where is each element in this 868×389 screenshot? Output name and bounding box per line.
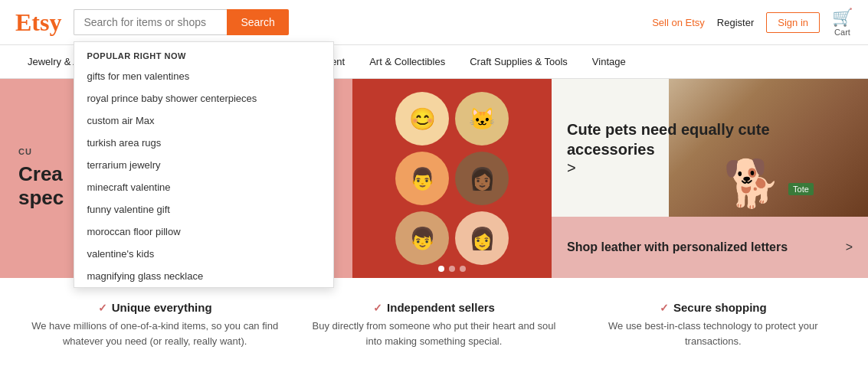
header: Etsy Search Valentine's Day POPULAR RIGH… bbox=[0, 0, 868, 45]
dropdown-item[interactable]: funny valentine gift bbox=[74, 198, 333, 221]
face-3: 👩🏾 bbox=[455, 152, 509, 205]
feature-secure: ✓ Secure shopping We use best-in-class t… bbox=[574, 301, 853, 348]
feature-unique-desc: We have millions of one-of-a-kind items,… bbox=[31, 319, 279, 348]
nav-item-art[interactable]: Art & Collectibles bbox=[357, 45, 457, 78]
hero-title-line1: Crea bbox=[18, 162, 63, 185]
cart-button[interactable]: 🛒 Cart bbox=[832, 8, 853, 37]
feature-independent-title: ✓ Independent sellers bbox=[310, 301, 558, 314]
leather-promo-banner[interactable]: Shop leather with personalized letters > bbox=[552, 217, 868, 278]
hero-right-panel: Cute pets need equally cute accessories … bbox=[552, 79, 868, 278]
hero-center-panel: 😊 🐱 👨 👩🏾 👦 👩 bbox=[352, 79, 552, 278]
faces-grid: 😊 🐱 👨 👩🏾 👦 👩 bbox=[383, 80, 521, 277]
dropdown-section-label: POPULAR RIGHT NOW bbox=[74, 42, 333, 65]
dot-2[interactable] bbox=[449, 266, 455, 272]
dot-3[interactable] bbox=[460, 266, 466, 272]
face-4: 👦 bbox=[395, 211, 449, 265]
check-icon-3: ✓ bbox=[660, 302, 669, 314]
face-5: 👩 bbox=[455, 211, 509, 265]
dot-1[interactable] bbox=[438, 266, 444, 272]
feature-unique: ✓ Unique everything We have millions of … bbox=[15, 301, 294, 348]
dropdown-item[interactable]: moroccan floor pillow bbox=[74, 221, 333, 243]
dropdown-item[interactable]: custom air Max bbox=[74, 110, 333, 132]
header-links: Sell on Etsy Register Sign in 🛒 Cart bbox=[652, 8, 853, 37]
cart-icon: 🛒 bbox=[832, 8, 853, 28]
leather-promo-text: Shop leather with personalized letters bbox=[567, 240, 788, 254]
feature-independent: ✓ Independent sellers Buy directly from … bbox=[294, 301, 573, 348]
carousel-dots bbox=[438, 266, 466, 272]
sell-on-etsy-link[interactable]: Sell on Etsy bbox=[652, 17, 705, 28]
etsy-logo[interactable]: Etsy bbox=[15, 8, 61, 37]
sign-in-button[interactable]: Sign in bbox=[766, 12, 820, 33]
search-dropdown: POPULAR RIGHT NOW gifts for men valentin… bbox=[74, 41, 334, 288]
face-1: 😊 bbox=[395, 92, 449, 145]
pet-promo-text: Cute pets need equally cute accessories … bbox=[552, 104, 868, 192]
pet-promo-banner[interactable]: Cute pets need equally cute accessories … bbox=[552, 79, 868, 217]
pet-promo-arrow: > bbox=[567, 159, 576, 176]
dropdown-item[interactable]: minecraft valentine bbox=[74, 176, 333, 198]
dropdown-item[interactable]: valentine's kids bbox=[74, 243, 333, 265]
check-icon-1: ✓ bbox=[98, 302, 107, 314]
register-link[interactable]: Register bbox=[717, 17, 754, 28]
features-section: ✓ Unique everything We have millions of … bbox=[0, 278, 868, 371]
feature-independent-desc: Buy directly from someone who put their … bbox=[310, 319, 558, 348]
search-bar: Search bbox=[74, 9, 288, 35]
search-zone: Search Valentine's Day POPULAR RIGHT NOW… bbox=[74, 9, 288, 35]
check-icon-2: ✓ bbox=[373, 302, 382, 314]
face-2: 👨 bbox=[395, 152, 449, 205]
dropdown-item[interactable]: magnifying glass necklace bbox=[74, 265, 333, 287]
dropdown-item[interactable]: turkish area rugs bbox=[74, 132, 333, 154]
leather-promo-arrow: > bbox=[846, 240, 853, 254]
dropdown-item[interactable]: gifts for men valentines bbox=[74, 65, 333, 87]
feature-secure-title: ✓ Secure shopping bbox=[589, 301, 837, 314]
nav-item-vintage[interactable]: Vintage bbox=[580, 45, 638, 78]
dropdown-item[interactable]: royal prince baby shower centerpieces bbox=[74, 87, 333, 110]
dropdown-item[interactable]: terrarium jewelry bbox=[74, 154, 333, 176]
hero-title-line2: spec bbox=[18, 186, 64, 209]
feature-unique-label: Unique everything bbox=[112, 301, 212, 314]
cart-label: Cart bbox=[834, 28, 850, 37]
search-button[interactable]: Search bbox=[227, 9, 288, 35]
face-cat: 🐱 bbox=[455, 92, 509, 145]
feature-secure-desc: We use best-in-class technology to prote… bbox=[589, 319, 837, 348]
feature-unique-title: ✓ Unique everything bbox=[31, 301, 279, 314]
pet-promo-title: Cute pets need equally cute accessories bbox=[567, 119, 853, 159]
feature-independent-label: Independent sellers bbox=[387, 301, 495, 314]
nav-item-craft[interactable]: Craft Supplies & Tools bbox=[457, 45, 580, 78]
feature-secure-label: Secure shopping bbox=[673, 301, 767, 314]
search-input[interactable] bbox=[74, 9, 227, 35]
